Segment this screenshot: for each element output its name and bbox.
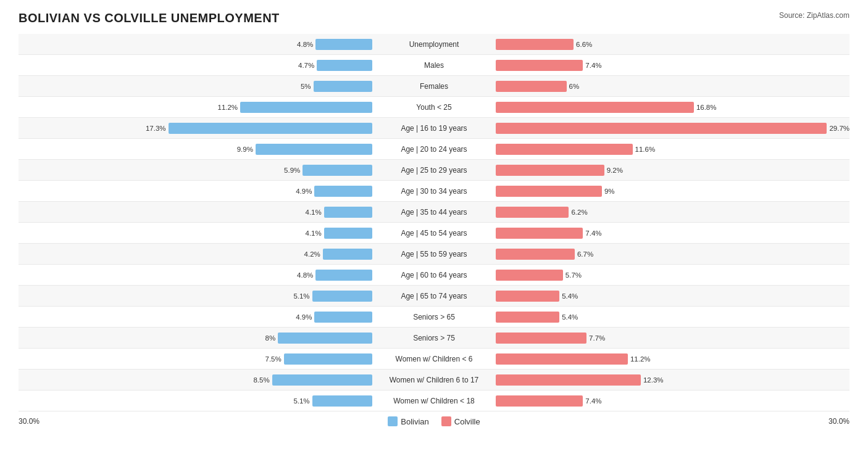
bars-wrapper: 4.7% Males 7.4% [19, 55, 849, 75]
right-section: 11.2% [496, 349, 849, 369]
bar-left-wrapper: 5.1% [19, 395, 372, 407]
left-value: 5.1% [293, 292, 309, 300]
left-section: 4.8% [19, 265, 372, 285]
left-section: 5.1% [19, 391, 372, 411]
bars-wrapper: 4.8% Unemployment 6.6% [19, 34, 849, 54]
left-value: 4.7% [298, 62, 314, 69]
left-value: 4.1% [305, 209, 321, 216]
bars-wrapper: 5.9% Age | 25 to 29 years 9.2% [19, 160, 849, 180]
center-label: Women w/ Children < 18 [372, 397, 496, 405]
chart-body: 4.8% Unemployment 6.6% 4.7% [19, 34, 849, 411]
bar-row: 4.8% Age | 60 to 64 years 5.7% [19, 265, 849, 286]
right-section: 6.7% [496, 244, 849, 264]
bar-row: 7.5% Women w/ Children < 6 11.2% [19, 349, 849, 370]
bars-wrapper: 4.1% Age | 35 to 44 years 6.2% [19, 202, 849, 222]
right-section: 9% [496, 181, 849, 201]
left-value: 4.9% [296, 188, 312, 195]
right-value: 7.4% [585, 229, 601, 237]
left-section: 4.9% [19, 307, 372, 327]
colville-bar [496, 123, 827, 134]
center-label: Age | 25 to 29 years [372, 166, 496, 175]
chart-title: BOLIVIAN VS COLVILLE UNEMPLOYMENT [19, 11, 280, 25]
colville-bar [496, 186, 602, 197]
bars-wrapper: 4.1% Age | 45 to 54 years 7.4% [19, 223, 849, 243]
right-section: 12.3% [496, 370, 849, 390]
bolivian-bar [324, 228, 372, 239]
bar-row: 4.2% Age | 55 to 59 years 6.7% [19, 244, 849, 265]
left-value: 5.9% [284, 167, 300, 174]
colville-bar [496, 228, 583, 239]
bolivian-bar [256, 144, 372, 155]
bar-row: 4.1% Age | 45 to 54 years 7.4% [19, 223, 849, 244]
right-section: 29.7% [496, 118, 849, 138]
right-value: 12.3% [643, 376, 664, 384]
left-section: 4.9% [19, 181, 372, 201]
center-label: Males [372, 61, 496, 70]
center-label: Seniors > 65 [372, 313, 496, 321]
bolivian-bar [317, 60, 372, 71]
left-section: 4.8% [19, 34, 372, 54]
right-section: 11.6% [496, 139, 849, 159]
footer-left-val: 30.0% [19, 417, 40, 426]
bolivian-bar [272, 374, 372, 386]
bar-left-wrapper: 4.9% [19, 312, 372, 323]
right-section: 7.4% [496, 223, 849, 243]
center-label: Age | 65 to 74 years [372, 292, 496, 300]
right-value: 7.4% [585, 397, 601, 405]
left-value: 4.2% [304, 250, 320, 258]
bars-wrapper: 8.5% Women w/ Children 6 to 17 12.3% [19, 370, 849, 390]
center-label: Age | 55 to 59 years [372, 250, 496, 258]
bolivian-color-swatch [388, 416, 398, 426]
center-label: Age | 30 to 34 years [372, 187, 496, 196]
right-section: 16.8% [496, 97, 849, 117]
left-section: 7.5% [19, 349, 372, 369]
left-value: 4.1% [305, 229, 321, 237]
bolivian-bar [314, 312, 372, 323]
right-value: 7.7% [589, 334, 605, 342]
bar-left-wrapper: 4.1% [19, 228, 372, 239]
bar-left-wrapper: 7.5% [19, 353, 372, 365]
bars-wrapper: 4.9% Age | 30 to 34 years 9% [19, 181, 849, 201]
colville-bar [496, 312, 559, 323]
bars-wrapper: 4.2% Age | 55 to 59 years 6.7% [19, 244, 849, 264]
colville-bar [496, 81, 567, 92]
bar-right-wrapper: 9% [496, 186, 849, 197]
colville-bar [496, 249, 575, 260]
bar-right-wrapper: 16.8% [496, 102, 849, 113]
left-section: 5% [19, 76, 372, 96]
right-section: 7.4% [496, 391, 849, 411]
left-value: 17.3% [146, 125, 166, 132]
chart-container: BOLIVIAN VS COLVILLE UNEMPLOYMENT Source… [0, 0, 868, 445]
left-section: 8% [19, 328, 372, 348]
center-label: Unemployment [372, 40, 496, 49]
bar-right-wrapper: 7.7% [496, 333, 849, 344]
center-label: Youth < 25 [372, 103, 496, 112]
right-value: 6% [569, 83, 580, 90]
bar-right-wrapper: 6.2% [496, 207, 849, 218]
colville-bar [496, 165, 604, 176]
bar-right-wrapper: 5.7% [496, 270, 849, 281]
right-value: 16.8% [696, 104, 717, 111]
left-section: 5.1% [19, 286, 372, 306]
bar-row: 9.9% Age | 20 to 24 years 11.6% [19, 139, 849, 160]
bar-left-wrapper: 17.3% [19, 123, 372, 134]
left-section: 4.7% [19, 55, 372, 75]
right-value: 5.7% [565, 271, 582, 279]
right-value: 11.6% [635, 146, 656, 153]
right-section: 5.4% [496, 286, 849, 306]
bar-right-wrapper: 11.2% [496, 353, 849, 365]
bar-left-wrapper: 5% [19, 81, 372, 92]
footer-right-val: 30.0% [828, 417, 849, 426]
bars-wrapper: 5.1% Age | 65 to 74 years 5.4% [19, 286, 849, 306]
chart-source: Source: ZipAtlas.com [779, 11, 849, 20]
bar-row: 4.8% Unemployment 6.6% [19, 34, 849, 55]
left-section: 4.2% [19, 244, 372, 264]
footer-row: 30.0% Bolivian Colville 30.0% [19, 416, 849, 426]
bolivian-bar [312, 395, 372, 407]
center-label: Age | 45 to 54 years [372, 229, 496, 238]
left-section: 17.3% [19, 118, 372, 138]
bar-row: 4.9% Seniors > 65 5.4% [19, 307, 849, 328]
bar-left-wrapper: 4.1% [19, 207, 372, 218]
bar-row: 8.5% Women w/ Children 6 to 17 12.3% [19, 370, 849, 391]
bar-row: 5.1% Women w/ Children < 18 7.4% [19, 391, 849, 411]
